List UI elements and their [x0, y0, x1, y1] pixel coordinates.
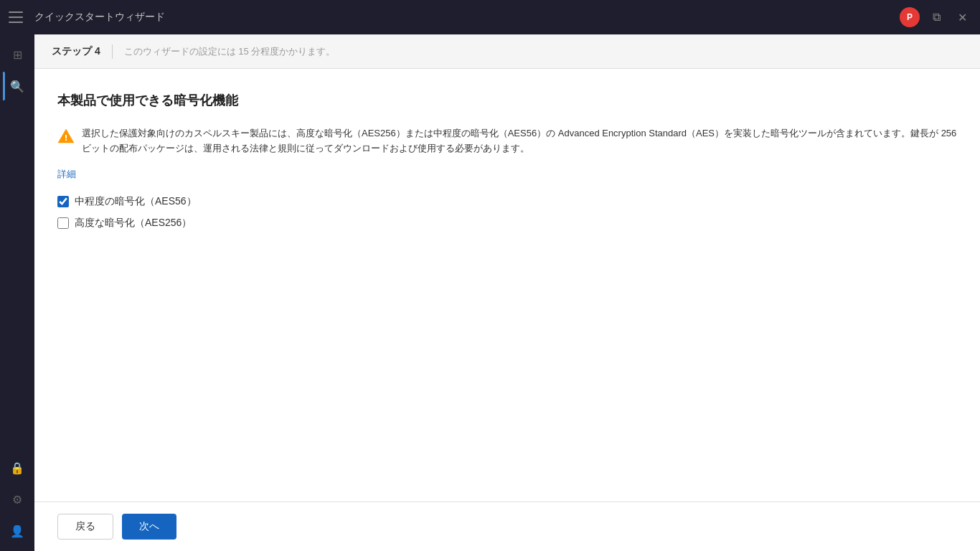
label-aes56[interactable]: 中程度の暗号化（AES56） — [75, 195, 197, 208]
checkbox-aes256[interactable] — [57, 217, 69, 229]
sidebar-item-lock[interactable]: 🔒 — [3, 453, 32, 482]
step-label: ステップ 4 — [52, 45, 100, 58]
wizard-footer: 戻る 次へ — [34, 501, 980, 551]
close-button[interactable]: ✕ — [953, 9, 971, 26]
sidebar-item-home[interactable]: ⊞ — [3, 40, 32, 69]
wizard-body: 本製品で使用できる暗号化機能 選択した保護対象向けのカスペルスキー製品には、高度… — [34, 69, 980, 501]
option-aes56: 中程度の暗号化（AES56） — [57, 195, 957, 208]
back-button[interactable]: 戻る — [57, 514, 113, 540]
lock-icon: 🔒 — [10, 461, 24, 475]
user-icon: 👤 — [10, 524, 24, 538]
wizard-title: 本製品で使用できる暗号化機能 — [57, 92, 957, 109]
warning-icon — [57, 128, 75, 145]
step-divider — [112, 44, 113, 59]
warning-box: 選択した保護対象向けのカスペルスキー製品には、高度な暗号化（AES256）または… — [57, 126, 957, 156]
step-header: ステップ 4 このウィザードの設定には 15 分程度かかります。 — [34, 34, 980, 69]
restore-button[interactable]: ⧉ — [928, 9, 945, 25]
main-layout: ⊞ 🔍 🔒 ⚙ 👤 ステップ 4 このウィザードの設定には 15 分程度かかりま… — [0, 34, 980, 551]
checkbox-aes56[interactable] — [57, 196, 69, 207]
home-icon: ⊞ — [13, 48, 22, 62]
user-avatar-button[interactable]: P — [900, 7, 920, 27]
titlebar: クイックスタートウィザード P ⧉ ✕ — [0, 0, 980, 34]
next-button[interactable]: 次へ — [122, 514, 176, 540]
sidebar: ⊞ 🔍 🔒 ⚙ 👤 — [0, 34, 34, 551]
details-link[interactable]: 詳細 — [57, 168, 957, 181]
warning-text: 選択した保護対象向けのカスペルスキー製品には、高度な暗号化（AES256）または… — [82, 126, 957, 156]
content-area: ステップ 4 このウィザードの設定には 15 分程度かかります。 本製品で使用で… — [34, 34, 980, 551]
sidebar-item-settings[interactable]: ⚙ — [3, 485, 32, 514]
label-aes256[interactable]: 高度な暗号化（AES256） — [75, 217, 192, 230]
settings-icon: ⚙ — [12, 493, 22, 507]
search-icon: 🔍 — [10, 80, 24, 93]
window-controls: P ⧉ ✕ — [900, 7, 971, 27]
step-hint: このウィザードの設定には 15 分程度かかります。 — [124, 45, 336, 58]
option-aes256: 高度な暗号化（AES256） — [57, 217, 957, 230]
menu-icon[interactable] — [9, 11, 23, 23]
sidebar-item-user[interactable]: 👤 — [3, 517, 32, 545]
sidebar-item-search[interactable]: 🔍 — [3, 72, 32, 100]
app-title: クイックスタートウィザード — [34, 11, 900, 24]
